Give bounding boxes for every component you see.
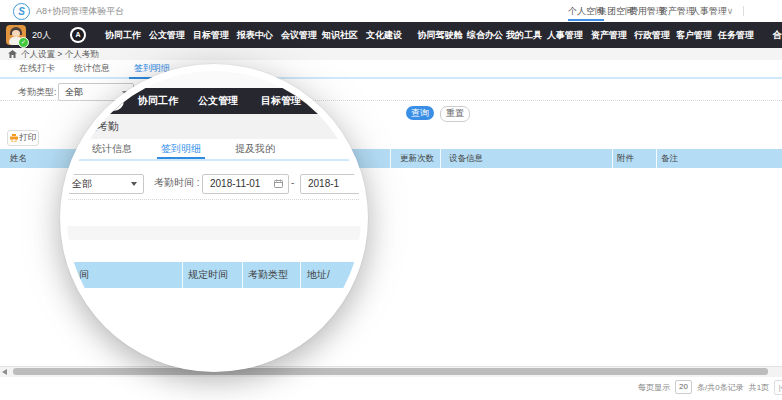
nav-item-cockpit[interactable]: 协同驾驶舱: [418, 22, 463, 48]
chevron-down-icon[interactable]: ∨: [727, 0, 734, 22]
nav-item-reports[interactable]: 报表中心: [237, 22, 273, 48]
col-remark: 备注: [661, 149, 678, 168]
magnifier-select-arrow-icon: [131, 182, 137, 186]
user-avatar[interactable]: ✓: [6, 25, 26, 45]
print-button[interactable]: 打印: [7, 130, 39, 146]
col-attachment: 附件: [617, 149, 634, 168]
records-count: 条/共0条记录: [697, 382, 744, 393]
first-page-button[interactable]: |<: [774, 380, 782, 395]
col-separator: [656, 149, 657, 168]
magnifier-col-address: 地址/: [307, 262, 330, 288]
avatar-face: [12, 30, 20, 37]
scroll-left-arrow-icon[interactable]: [2, 369, 7, 375]
pagination-bar: 每页显示 20 条/共0条记录 共1页 |< < 第: [638, 378, 782, 396]
topbar-menu-assets[interactable]: 资产管理: [659, 0, 695, 22]
nav-item-admin[interactable]: 行政管理: [634, 22, 670, 48]
horizontal-scrollbar[interactable]: [0, 366, 782, 377]
seeyon-logo-icon: S: [13, 3, 30, 20]
breadcrumb: 个人设置 > 个人考勤: [21, 48, 99, 60]
magnifier-col-separator: [182, 262, 183, 288]
tab-online-punch[interactable]: 在线打卡: [19, 60, 55, 77]
col-separator: [390, 149, 391, 168]
topbar: S A8+协同管理体验平台 个人空间 集团空间 费用管理 资产管理 人事管理 ∨: [0, 0, 782, 23]
app-window: S A8+协同管理体验平台 个人空间 集团空间 费用管理 资产管理 人事管理 ∨…: [0, 0, 782, 400]
a8-home-icon-letter: A: [72, 29, 84, 41]
magnifier-nav-goals: 目标管理: [261, 88, 301, 114]
online-status-icon: ✓: [18, 37, 29, 48]
magnifier-date-to-input: 2018-1: [300, 174, 361, 194]
magnifier-col-scheduled-time: 规定时间: [188, 262, 228, 288]
user-count[interactable]: 20人: [32, 22, 51, 48]
magnifier-gray-strip: [67, 226, 361, 240]
printer-icon: [10, 134, 18, 142]
nav-item-my-tools[interactable]: 我的工具: [506, 22, 542, 48]
nav-item-tasks[interactable]: 任务管理: [718, 22, 754, 48]
nav-item-culture[interactable]: 文化建设: [366, 22, 402, 48]
nav-item-meetings[interactable]: 会议管理: [281, 22, 317, 48]
magnifier-filter-divider: [67, 199, 361, 200]
reset-button[interactable]: 重置: [440, 106, 470, 122]
magnifier-time-label: 考勤时间 :: [154, 174, 200, 192]
col-separator: [612, 149, 613, 168]
main-nav: ✓ 20人 A 协同工作 公文管理 目标管理 报表中心 会议管理 知识社区 文化…: [0, 22, 782, 48]
magnifier-tab-mentions: 提及我的: [235, 139, 275, 159]
nav-item-customers[interactable]: 客户管理: [676, 22, 712, 48]
magnifier-content: A 协同工作 公文管理 目标管理 个人考勤 统计信息 签到明细 提及我的 全部 …: [67, 71, 361, 365]
magnifier-nav-collaboration: 协同工作: [138, 88, 178, 114]
col-update-count: 更新次数: [400, 149, 434, 168]
magnifier-type-select: 全部: [67, 174, 144, 194]
magnifier-nav-official-docs: 公文管理: [198, 88, 238, 114]
nav-item-collaboration[interactable]: 协同工作: [105, 22, 141, 48]
nav-item-assets[interactable]: 资产管理: [591, 22, 627, 48]
home-icon[interactable]: [8, 50, 17, 58]
magnifier-col-separator: [300, 262, 301, 288]
magnifier-date-from-input: 2018-11-01: [202, 174, 289, 194]
col-separator: [440, 149, 441, 168]
attendance-type-label: 考勤类型:: [18, 84, 57, 100]
per-page-input[interactable]: 20: [675, 380, 692, 394]
nav-item-goals[interactable]: 目标管理: [193, 22, 229, 48]
magnifier-date-to-value: 2018-1: [308, 175, 339, 193]
pages-count: 共1页: [749, 382, 769, 393]
calendar-icon: [274, 179, 283, 188]
col-device-info: 设备信息: [449, 149, 483, 168]
magnifier-tabs-baseline: [67, 159, 361, 161]
magnifier-circle: A 协同工作 公文管理 目标管理 个人考勤 统计信息 签到明细 提及我的 全部 …: [60, 64, 368, 372]
scrollbar-thumb[interactable]: [13, 368, 768, 375]
magnifier-type-value: 全部: [72, 175, 92, 193]
magnifier-col-attendance-type: 考勤类型: [248, 262, 288, 288]
topbar-divider: [743, 6, 744, 16]
a8-home-icon[interactable]: A: [70, 27, 86, 43]
magnifier-tab-statistics: 统计信息: [92, 139, 132, 159]
magnifier-tab-signin-detail: 签到明细: [161, 139, 201, 159]
nav-item-hr[interactable]: 人事管理: [547, 22, 583, 48]
nav-item-office[interactable]: 综合办公: [467, 22, 503, 48]
print-label: 打印: [20, 132, 37, 144]
tabs-bar: 在线打卡 统计信息 签到明细: [0, 60, 782, 79]
tab-statistics[interactable]: 统计信息: [74, 60, 110, 77]
nav-item-official-docs[interactable]: 公文管理: [149, 22, 185, 48]
magnifier-date-from-value: 2018-11-01: [210, 175, 260, 193]
per-page-label: 每页显示: [638, 382, 670, 393]
col-name: 姓名: [10, 149, 27, 168]
magnifier-col-time: 间: [79, 262, 89, 288]
magnifier-breadcrumb: 个人考勤: [75, 114, 119, 139]
nav-item-contracts-cut[interactable]: 合: [773, 22, 782, 48]
magnifier-table-header: 间 规定时间 考勤类型 地址/: [67, 262, 361, 288]
app-title: A8+协同管理体验平台: [36, 0, 124, 22]
search-button[interactable]: 查询: [406, 106, 434, 120]
topbar-menu-hr[interactable]: 人事管理: [691, 0, 727, 22]
magnifier-date-separator: -: [291, 174, 294, 192]
magnifier-col-separator: [242, 262, 243, 288]
nav-item-knowledge[interactable]: 知识社区: [322, 22, 358, 48]
attendance-type-value: 全部: [65, 84, 83, 100]
